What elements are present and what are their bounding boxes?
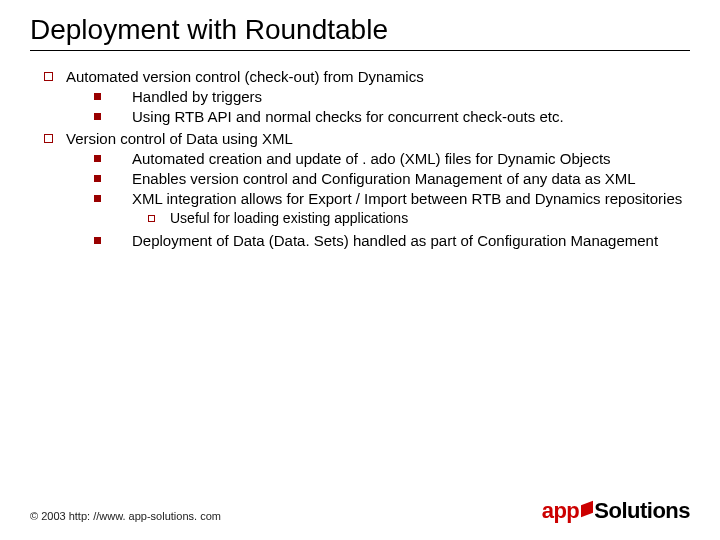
bullet-text: Automated version control (check-out) fr…: [66, 68, 424, 85]
bullet-text: Using RTB API and normal checks for conc…: [132, 108, 564, 125]
bullet-text: Handled by triggers: [132, 88, 262, 105]
bullet-text: Enables version control and Configuratio…: [132, 170, 636, 187]
bullet-text: Useful for loading existing applications: [170, 210, 408, 226]
slide-body: Automated version control (check-out) fr…: [30, 67, 690, 250]
slide-footer: © 2003 http: //www. app-solutions. com a…: [30, 500, 690, 522]
brand-logo: appSolutions: [542, 500, 690, 522]
bullet-l1: Version control of Data using XML Automa…: [66, 129, 690, 251]
bullet-l2: Deployment of Data (Data. Sets) handled …: [132, 231, 690, 250]
bullet-l2: Using RTB API and normal checks for conc…: [132, 107, 690, 126]
bullet-l3: Useful for loading existing applications: [170, 210, 690, 228]
bullet-text: Automated creation and update of . ado (…: [132, 150, 611, 167]
bullet-text: Version control of Data using XML: [66, 130, 293, 147]
bullet-text: XML integration allows for Export / Impo…: [132, 190, 682, 207]
logo-right-text: Solutions: [594, 500, 690, 522]
bullet-l2: Handled by triggers: [132, 87, 690, 106]
logo-left-text: app: [542, 500, 580, 522]
title-rule: [30, 50, 690, 51]
copyright-text: © 2003 http: //www. app-solutions. com: [30, 510, 221, 522]
bullet-l2: XML integration allows for Export / Impo…: [132, 189, 690, 228]
slide-title: Deployment with Roundtable: [30, 14, 690, 46]
logo-cube-icon: [581, 501, 593, 517]
bullet-text: Deployment of Data (Data. Sets) handled …: [132, 232, 658, 249]
bullet-l1: Automated version control (check-out) fr…: [66, 67, 690, 127]
bullet-l2: Enables version control and Configuratio…: [132, 169, 690, 188]
bullet-l2: Automated creation and update of . ado (…: [132, 149, 690, 168]
